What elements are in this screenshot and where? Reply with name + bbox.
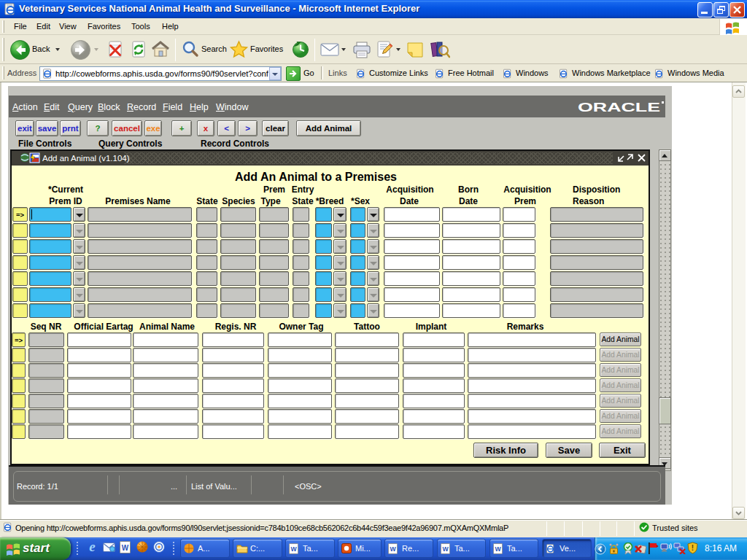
svg-text:W: W bbox=[442, 545, 449, 553]
svg-text:!: ! bbox=[692, 544, 694, 552]
svg-text:W: W bbox=[390, 545, 396, 553]
svg-text:ORACLE: ORACLE bbox=[578, 101, 660, 114]
svg-text:W: W bbox=[495, 545, 501, 553]
svg-text:W: W bbox=[290, 545, 297, 553]
svg-text:W: W bbox=[122, 544, 129, 552]
